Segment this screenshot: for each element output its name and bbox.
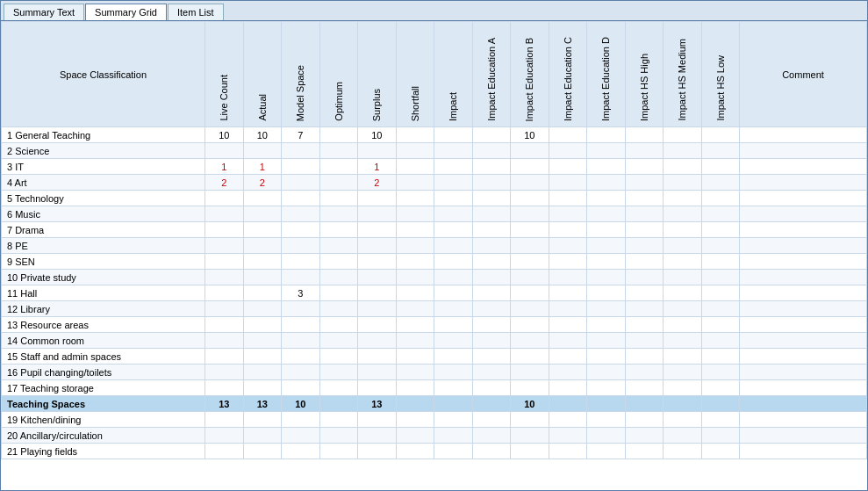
cell-edu_b (511, 380, 549, 396)
cell-edu_d (587, 206, 626, 222)
tab-summary-text[interactable]: Summary Text (4, 4, 84, 20)
cell-live_count: 1 (205, 159, 244, 175)
cell-impact (434, 349, 473, 365)
cell-live_count (205, 301, 244, 317)
cell-optimum (319, 222, 358, 238)
main-container: Summary Text Summary Grid Item List Spac… (0, 0, 868, 491)
tab-item-list[interactable]: Item List (168, 4, 224, 20)
table-row: 2 Science (2, 143, 867, 159)
cell-comment (740, 412, 867, 428)
cell-model_space (282, 412, 320, 428)
col-header-impact-edu-a: Impact Education A (472, 22, 511, 127)
cell-hs_low (701, 206, 740, 222)
cell-hs_low (701, 270, 740, 285)
cell-hs_low (701, 254, 740, 270)
cell-space-class: 6 Music (2, 206, 205, 222)
cell-impact (434, 396, 473, 412)
cell-surplus (358, 428, 397, 444)
cell-space-class: 1 General Teaching (2, 127, 205, 143)
cell-comment (740, 175, 867, 191)
cell-hs_high (625, 159, 664, 175)
cell-actual (243, 444, 282, 459)
cell-edu_a (472, 191, 511, 206)
table-row: 10 Private study (2, 270, 867, 285)
cell-surplus: 10 (358, 127, 397, 143)
cell-model_space: 3 (282, 285, 320, 301)
cell-edu_b (511, 301, 549, 317)
cell-edu_a (472, 444, 511, 459)
cell-optimum (319, 270, 358, 285)
cell-surplus (358, 254, 397, 270)
cell-model_space (282, 175, 320, 191)
col-header-impact-edu-b: Impact Education B (511, 22, 549, 127)
cell-model_space (282, 206, 320, 222)
table-wrapper[interactable]: Space Classification Live Count Actual M… (1, 21, 867, 490)
cell-space-class: 15 Staff and admin spaces (2, 349, 205, 365)
cell-hs_low (701, 159, 740, 175)
cell-edu_b: 10 (511, 396, 549, 412)
cell-live_count (205, 191, 244, 206)
cell-optimum (319, 333, 358, 349)
cell-edu_d (587, 254, 626, 270)
cell-hs_low (701, 428, 740, 444)
cell-live_count (205, 444, 244, 459)
cell-comment (740, 333, 867, 349)
cell-hs_medium (664, 143, 702, 159)
cell-hs_low (701, 285, 740, 301)
cell-edu_a (472, 301, 511, 317)
tab-bar: Summary Text Summary Grid Item List (1, 1, 867, 21)
cell-space-class: 14 Common room (2, 333, 205, 349)
cell-hs_high (625, 444, 664, 459)
cell-space-class: 16 Pupil changing/toilets (2, 365, 205, 380)
cell-model_space (282, 143, 320, 159)
cell-hs_low (701, 127, 740, 143)
cell-actual (243, 349, 282, 365)
cell-live_count (205, 285, 244, 301)
cell-space-class: Teaching Spaces (2, 396, 205, 412)
cell-live_count (205, 412, 244, 428)
cell-hs_medium (664, 127, 702, 143)
cell-hs_low (701, 412, 740, 428)
cell-hs_high (625, 317, 664, 333)
cell-space-class: 12 Library (2, 301, 205, 317)
cell-edu_c (549, 333, 587, 349)
cell-live_count: 2 (205, 175, 244, 191)
table-row: 9 SEN (2, 254, 867, 270)
tab-summary-grid[interactable]: Summary Grid (85, 4, 167, 20)
cell-hs_medium (664, 191, 702, 206)
cell-optimum (319, 412, 358, 428)
cell-model_space (282, 254, 320, 270)
cell-actual (243, 143, 282, 159)
cell-edu_d (587, 349, 626, 365)
col-header-impact-hs-low: Impact HS Low (701, 22, 740, 127)
col-header-optimum: Optimum (319, 22, 358, 127)
cell-edu_c (549, 396, 587, 412)
cell-edu_b (511, 191, 549, 206)
table-row: 21 Playing fields (2, 444, 867, 459)
cell-optimum (319, 317, 358, 333)
cell-hs_high (625, 412, 664, 428)
cell-live_count: 13 (205, 396, 244, 412)
cell-hs_high (625, 285, 664, 301)
cell-edu_a (472, 206, 511, 222)
cell-impact (434, 333, 473, 349)
cell-hs_low (701, 238, 740, 254)
cell-edu_d (587, 444, 626, 459)
cell-live_count (205, 333, 244, 349)
cell-shortfall (396, 285, 434, 301)
cell-edu_d (587, 143, 626, 159)
cell-space-class: 20 Ancillary/circulation (2, 428, 205, 444)
cell-actual (243, 191, 282, 206)
cell-surplus (358, 380, 397, 396)
cell-edu_a (472, 175, 511, 191)
col-header-impact-hs-medium: Impact HS Medium (664, 22, 702, 127)
cell-edu_a (472, 396, 511, 412)
cell-actual (243, 238, 282, 254)
cell-hs_low (701, 396, 740, 412)
cell-hs_low (701, 365, 740, 380)
cell-edu_b (511, 206, 549, 222)
table-row: Teaching Spaces1313101310 (2, 396, 867, 412)
cell-edu_c (549, 270, 587, 285)
cell-actual (243, 285, 282, 301)
cell-impact (434, 191, 473, 206)
